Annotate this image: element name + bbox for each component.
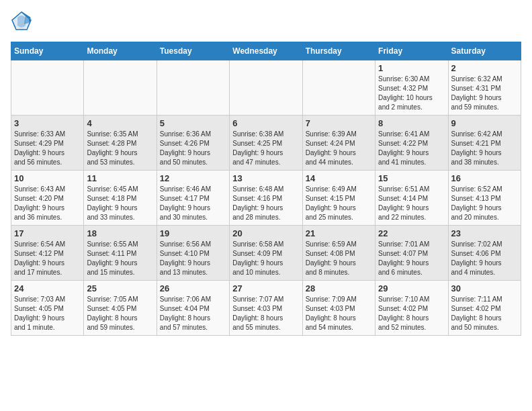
calendar-cell: 30Sunrise: 7:11 AMSunset: 4:02 PMDayligh… — [448, 281, 521, 336]
calendar-cell: 20Sunrise: 6:58 AMSunset: 4:09 PMDayligh… — [230, 226, 302, 281]
calendar-cell: 14Sunrise: 6:49 AMSunset: 4:15 PMDayligh… — [302, 171, 375, 226]
calendar-cell: 8Sunrise: 6:41 AMSunset: 4:22 PMDaylight… — [375, 116, 448, 171]
calendar-cell: 26Sunrise: 7:06 AMSunset: 4:04 PMDayligh… — [157, 281, 229, 336]
day-number: 6 — [232, 118, 299, 128]
calendar-cell: 28Sunrise: 7:09 AMSunset: 4:03 PMDayligh… — [302, 281, 375, 336]
calendar-cell: 1Sunrise: 6:30 AMSunset: 4:32 PMDaylight… — [375, 60, 448, 116]
day-info: Sunrise: 6:49 AMSunset: 4:15 PMDaylight:… — [306, 185, 372, 222]
calendar-cell: 24Sunrise: 7:03 AMSunset: 4:05 PMDayligh… — [11, 281, 84, 336]
day-info: Sunrise: 7:06 AMSunset: 4:04 PMDaylight:… — [160, 295, 226, 332]
day-info: Sunrise: 6:58 AMSunset: 4:09 PMDaylight:… — [232, 240, 299, 277]
day-info: Sunrise: 6:42 AMSunset: 4:21 PMDaylight:… — [451, 130, 518, 167]
day-number: 2 — [451, 63, 518, 73]
calendar-cell: 29Sunrise: 7:10 AMSunset: 4:02 PMDayligh… — [375, 281, 448, 336]
day-info: Sunrise: 6:30 AMSunset: 4:32 PMDaylight:… — [378, 75, 445, 112]
day-info: Sunrise: 6:56 AMSunset: 4:10 PMDaylight:… — [160, 240, 226, 277]
dow-header: Wednesday — [230, 42, 302, 60]
calendar-cell — [157, 60, 229, 116]
day-number: 26 — [160, 283, 226, 293]
calendar-cell: 16Sunrise: 6:52 AMSunset: 4:13 PMDayligh… — [448, 171, 521, 226]
day-number: 21 — [306, 228, 372, 238]
day-info: Sunrise: 7:09 AMSunset: 4:03 PMDaylight:… — [306, 295, 372, 332]
calendar-cell: 17Sunrise: 6:54 AMSunset: 4:12 PMDayligh… — [11, 226, 84, 281]
day-number: 7 — [306, 118, 372, 128]
day-number: 23 — [451, 228, 518, 238]
day-info: Sunrise: 6:38 AMSunset: 4:25 PMDaylight:… — [232, 130, 299, 167]
day-number: 17 — [14, 228, 81, 238]
day-number: 10 — [14, 173, 81, 183]
day-info: Sunrise: 6:43 AMSunset: 4:20 PMDaylight:… — [14, 185, 81, 222]
day-number: 30 — [451, 283, 518, 293]
day-info: Sunrise: 6:52 AMSunset: 4:13 PMDaylight:… — [451, 185, 518, 222]
dow-header: Thursday — [302, 42, 375, 60]
calendar-cell: 3Sunrise: 6:33 AMSunset: 4:29 PMDaylight… — [11, 116, 84, 171]
day-number: 12 — [160, 173, 226, 183]
day-info: Sunrise: 6:46 AMSunset: 4:17 PMDaylight:… — [160, 185, 226, 222]
calendar-cell: 13Sunrise: 6:48 AMSunset: 4:16 PMDayligh… — [230, 171, 302, 226]
day-number: 4 — [87, 118, 153, 128]
dow-header: Friday — [375, 42, 448, 60]
calendar-cell: 25Sunrise: 7:05 AMSunset: 4:05 PMDayligh… — [84, 281, 157, 336]
day-number: 8 — [378, 118, 445, 128]
day-number: 11 — [87, 173, 153, 183]
day-info: Sunrise: 6:32 AMSunset: 4:31 PMDaylight:… — [451, 75, 518, 112]
calendar-cell: 27Sunrise: 7:07 AMSunset: 4:03 PMDayligh… — [230, 281, 302, 336]
day-info: Sunrise: 6:36 AMSunset: 4:26 PMDaylight:… — [160, 130, 226, 167]
day-number: 9 — [451, 118, 518, 128]
day-info: Sunrise: 6:59 AMSunset: 4:08 PMDaylight:… — [306, 240, 372, 277]
calendar-cell: 6Sunrise: 6:38 AMSunset: 4:25 PMDaylight… — [230, 116, 302, 171]
calendar-cell: 7Sunrise: 6:39 AMSunset: 4:24 PMDaylight… — [302, 116, 375, 171]
calendar-cell: 21Sunrise: 6:59 AMSunset: 4:08 PMDayligh… — [302, 226, 375, 281]
day-number: 18 — [87, 228, 153, 238]
header — [11, 11, 521, 35]
day-info: Sunrise: 7:05 AMSunset: 4:05 PMDaylight:… — [87, 295, 153, 332]
day-info: Sunrise: 6:55 AMSunset: 4:11 PMDaylight:… — [87, 240, 153, 277]
logo-mark — [11, 11, 32, 35]
day-info: Sunrise: 6:48 AMSunset: 4:16 PMDaylight:… — [232, 185, 299, 222]
day-info: Sunrise: 6:33 AMSunset: 4:29 PMDaylight:… — [14, 130, 81, 167]
calendar-cell: 19Sunrise: 6:56 AMSunset: 4:10 PMDayligh… — [157, 226, 229, 281]
calendar-cell: 12Sunrise: 6:46 AMSunset: 4:17 PMDayligh… — [157, 171, 229, 226]
day-number: 20 — [232, 228, 299, 238]
dow-header: Monday — [84, 42, 157, 60]
day-number: 16 — [451, 173, 518, 183]
day-number: 1 — [378, 63, 445, 73]
calendar-cell: 15Sunrise: 6:51 AMSunset: 4:14 PMDayligh… — [375, 171, 448, 226]
day-info: Sunrise: 7:07 AMSunset: 4:03 PMDaylight:… — [232, 295, 299, 332]
day-number: 27 — [232, 283, 299, 293]
day-info: Sunrise: 7:11 AMSunset: 4:02 PMDaylight:… — [451, 295, 518, 332]
calendar-cell — [11, 60, 84, 116]
day-number: 13 — [232, 173, 299, 183]
day-number: 15 — [378, 173, 445, 183]
calendar-cell: 9Sunrise: 6:42 AMSunset: 4:21 PMDaylight… — [448, 116, 521, 171]
day-info: Sunrise: 6:41 AMSunset: 4:22 PMDaylight:… — [378, 130, 445, 167]
day-info: Sunrise: 6:54 AMSunset: 4:12 PMDaylight:… — [14, 240, 81, 277]
day-info: Sunrise: 7:01 AMSunset: 4:07 PMDaylight:… — [378, 240, 445, 277]
day-number: 29 — [378, 283, 445, 293]
dow-header: Saturday — [448, 42, 521, 60]
day-info: Sunrise: 6:35 AMSunset: 4:28 PMDaylight:… — [87, 130, 153, 167]
day-number: 14 — [306, 173, 372, 183]
day-info: Sunrise: 7:03 AMSunset: 4:05 PMDaylight:… — [14, 295, 81, 332]
day-info: Sunrise: 6:39 AMSunset: 4:24 PMDaylight:… — [306, 130, 372, 167]
day-number: 22 — [378, 228, 445, 238]
calendar-cell: 5Sunrise: 6:36 AMSunset: 4:26 PMDaylight… — [157, 116, 229, 171]
day-number: 5 — [160, 118, 226, 128]
dow-header: Sunday — [11, 42, 84, 60]
calendar-cell: 22Sunrise: 7:01 AMSunset: 4:07 PMDayligh… — [375, 226, 448, 281]
calendar-cell: 10Sunrise: 6:43 AMSunset: 4:20 PMDayligh… — [11, 171, 84, 226]
day-number: 3 — [14, 118, 81, 128]
day-info: Sunrise: 6:51 AMSunset: 4:14 PMDaylight:… — [378, 185, 445, 222]
day-info: Sunrise: 6:45 AMSunset: 4:18 PMDaylight:… — [87, 185, 153, 222]
dow-header: Tuesday — [157, 42, 229, 60]
day-info: Sunrise: 7:10 AMSunset: 4:02 PMDaylight:… — [378, 295, 445, 332]
day-number: 24 — [14, 283, 81, 293]
calendar-cell — [230, 60, 302, 116]
calendar-cell: 18Sunrise: 6:55 AMSunset: 4:11 PMDayligh… — [84, 226, 157, 281]
calendar-table: SundayMondayTuesdayWednesdayThursdayFrid… — [11, 42, 521, 336]
calendar-cell: 2Sunrise: 6:32 AMSunset: 4:31 PMDaylight… — [448, 60, 521, 116]
day-number: 25 — [87, 283, 153, 293]
calendar-cell — [84, 60, 157, 116]
calendar-cell: 11Sunrise: 6:45 AMSunset: 4:18 PMDayligh… — [84, 171, 157, 226]
calendar-cell: 4Sunrise: 6:35 AMSunset: 4:28 PMDaylight… — [84, 116, 157, 171]
